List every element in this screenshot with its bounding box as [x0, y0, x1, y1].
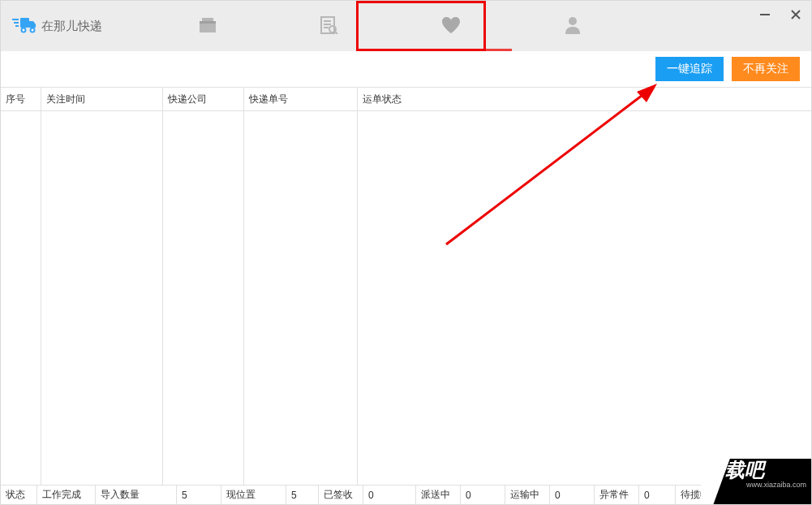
grid-header-row: 序号 关注时间 快递公司 快递单号 运单状态 — [1, 87, 811, 111]
app-logo-block: 在那儿快递 — [1, 16, 147, 37]
sb-exception-value: 0 — [639, 486, 676, 504]
nav-tab-list-search[interactable] — [269, 1, 390, 51]
svg-rect-8 — [200, 21, 216, 24]
truck-icon — [12, 16, 37, 37]
col-header-order-no[interactable]: 快递单号 — [244, 87, 358, 111]
nav-tab-user[interactable] — [512, 1, 634, 51]
user-icon — [565, 16, 581, 37]
sb-import-label: 导入数量 — [96, 486, 177, 504]
minimize-button[interactable] — [758, 7, 772, 22]
sb-position-value: 5 — [286, 486, 319, 504]
sb-exception-label: 异常件 — [595, 486, 639, 504]
sb-delivering-value: 0 — [461, 486, 505, 504]
col-header-waybill-status[interactable]: 运单状态 — [358, 87, 811, 111]
svg-point-5 — [31, 28, 35, 32]
svg-point-4 — [22, 28, 26, 32]
data-grid: 序号 关注时间 快递公司 快递单号 运单状态 — [1, 87, 811, 485]
package-icon — [199, 17, 217, 36]
track-all-button[interactable]: 一键追踪 — [655, 57, 724, 81]
sb-transport-value: 0 — [550, 486, 595, 504]
watermark: 下载吧 www.xiazaiba.com — [701, 459, 811, 504]
heart-icon — [441, 16, 461, 37]
app-title: 在那儿快递 — [41, 19, 102, 34]
sb-delivering-label: 派送中 — [416, 486, 461, 504]
sb-import-value: 5 — [177, 486, 221, 504]
status-bar: 状态 工作完成 导入数量 5 现位置 5 已签收 0 派送中 0 运输中 0 异… — [1, 485, 811, 504]
sb-signed-value: 0 — [363, 486, 416, 504]
window-controls — [758, 7, 803, 22]
svg-rect-3 — [20, 18, 29, 28]
action-toolbar: 一键追踪 不再关注 — [1, 51, 811, 87]
sb-transport-label: 运输中 — [505, 486, 550, 504]
sb-status-label: 状态 — [1, 486, 37, 504]
nav-tabs — [147, 1, 634, 51]
svg-line-14 — [335, 32, 337, 34]
list-search-icon — [320, 16, 338, 37]
col-header-company[interactable]: 快递公司 — [163, 87, 244, 111]
titlebar: 在那儿快递 — [1, 1, 811, 51]
col-header-index[interactable]: 序号 — [1, 87, 41, 111]
col-header-follow-time[interactable]: 关注时间 — [41, 87, 163, 111]
sb-signed-label: 已签收 — [319, 486, 363, 504]
unfollow-button[interactable]: 不再关注 — [732, 57, 800, 81]
svg-point-15 — [569, 17, 577, 25]
nav-tab-favorite[interactable] — [390, 1, 512, 51]
sb-position-label: 现位置 — [221, 486, 286, 504]
grid-body[interactable] — [1, 111, 811, 485]
close-button[interactable] — [788, 7, 803, 22]
nav-tab-package[interactable] — [147, 1, 269, 51]
sb-status-value: 工作完成 — [37, 486, 96, 504]
